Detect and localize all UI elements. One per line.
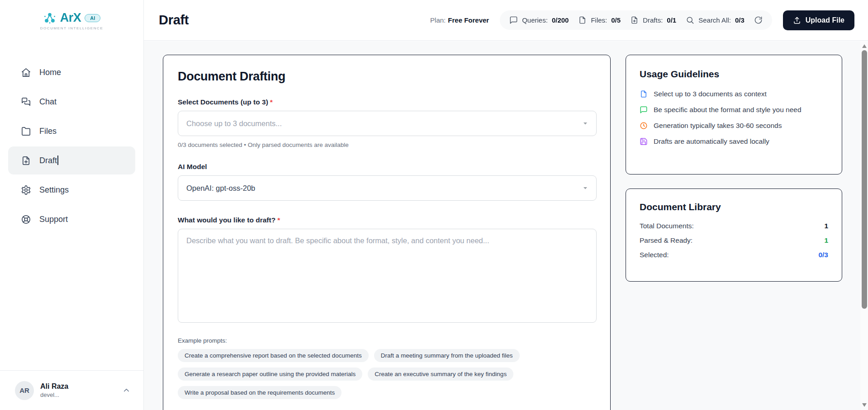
page-title: Draft: [159, 13, 189, 28]
scroll-down-arrow-icon[interactable]: [860, 402, 868, 408]
required-asterisk: *: [270, 98, 273, 106]
sidebar-item-label: Support: [39, 215, 68, 224]
example-prompt-chip[interactable]: Write a proposal based on the requiremen…: [178, 386, 342, 399]
example-prompt-chip[interactable]: Create an executive summary of the key f…: [368, 368, 513, 381]
sidebar: ArX AI DOCUMENT INTELLIGENCE Home Chat: [0, 0, 144, 410]
stat-queries: Queries:0/200: [509, 16, 569, 24]
required-asterisk: *: [277, 216, 280, 224]
file-plus-icon: [630, 16, 639, 24]
upload-file-button[interactable]: Upload File: [783, 10, 854, 30]
folder-icon: [21, 126, 31, 137]
chat-icon: [21, 97, 31, 107]
lifebuoy-icon: [21, 214, 31, 225]
user-role: devel...: [40, 391, 68, 398]
upload-icon: [793, 16, 801, 24]
avatar: AR: [15, 381, 34, 400]
user-menu[interactable]: AR Ali Raza devel...: [0, 370, 143, 410]
library-value-parsed: 1: [824, 236, 828, 245]
example-prompt-chip[interactable]: Generate a research paper outline using …: [178, 368, 362, 381]
chevron-down-icon: [583, 185, 588, 191]
ai-model-select[interactable]: OpenAI: gpt-oss-20b: [178, 175, 597, 201]
chevron-down-icon: [583, 121, 588, 126]
example-prompt-chip[interactable]: Create a comprehensive report based on t…: [178, 349, 369, 362]
document-drafting-card: Document Drafting Select Documents (up t…: [163, 55, 611, 410]
scroll-up-arrow-icon[interactable]: [860, 43, 868, 49]
sidebar-item-chat[interactable]: Chat: [8, 88, 135, 116]
chevron-up-icon[interactable]: [122, 386, 131, 395]
guideline-item: Drafts are automatically saved locally: [640, 137, 828, 146]
example-prompts-label: Example prompts:: [178, 337, 597, 344]
sidebar-item-files[interactable]: Files: [8, 117, 135, 145]
usage-guidelines-title: Usage Guidelines: [640, 69, 828, 80]
sidebar-item-label: Files: [39, 127, 57, 136]
form-title: Document Drafting: [178, 70, 597, 84]
library-value-selected: 0/3: [818, 251, 828, 259]
sidebar-item-home[interactable]: Home: [8, 58, 135, 86]
chat-bubble-icon: [509, 16, 518, 24]
usage-stats-pill: Queries:0/200 Files:0/5 Drafts:0/1 Searc…: [500, 10, 772, 30]
scrollbar-thumb[interactable]: [862, 50, 867, 309]
documents-select-placeholder: Choose up to 3 documents...: [186, 119, 282, 128]
guideline-item: Be specific about the format and style y…: [640, 106, 828, 114]
prompt-label: What would you like to draft?*: [178, 216, 597, 224]
guideline-item: Select up to 3 documents as context: [640, 90, 828, 98]
library-row-parsed: Parsed & Ready: 1: [640, 236, 828, 245]
sidebar-item-settings[interactable]: Settings: [8, 176, 135, 204]
documents-select[interactable]: Choose up to 3 documents...: [178, 111, 597, 136]
stat-files: Files:0/5: [578, 16, 621, 24]
vertical-scrollbar[interactable]: [860, 41, 868, 410]
stat-drafts: Drafts:0/1: [630, 16, 676, 24]
sidebar-item-label: Chat: [39, 97, 57, 107]
ai-model-label: AI Model: [178, 163, 597, 171]
plan-value: Free Forever: [448, 16, 489, 24]
sidebar-item-support[interactable]: Support: [8, 205, 135, 233]
usage-guidelines-card: Usage Guidelines Select up to 3 document…: [626, 55, 842, 174]
user-name: Ali Raza: [40, 382, 68, 391]
refresh-icon[interactable]: [754, 16, 763, 24]
document-library-card: Document Library Total Documents: 1 Pars…: [626, 189, 842, 282]
example-prompts: Create a comprehensive report based on t…: [178, 349, 576, 399]
file-icon: [640, 90, 648, 98]
sidebar-item-label: Settings: [39, 185, 69, 195]
search-icon: [686, 16, 694, 24]
library-row-total: Total Documents: 1: [640, 222, 828, 230]
brand-tagline: DOCUMENT INTELLIGENCE: [40, 26, 104, 30]
ai-badge: AI: [85, 14, 100, 22]
sidebar-item-label: Draft: [39, 156, 58, 165]
brand-name: ArX: [60, 11, 81, 25]
example-prompt-chip[interactable]: Draft a meeting summary from the uploade…: [374, 349, 520, 362]
document-library-title: Document Library: [640, 202, 828, 212]
home-icon: [21, 67, 31, 78]
gear-icon: [21, 185, 31, 195]
main-content: Document Drafting Select Documents (up t…: [144, 41, 868, 410]
library-value-total: 1: [824, 222, 828, 230]
sidebar-item-draft[interactable]: Draft: [8, 146, 135, 174]
guideline-item: Generation typically takes 30-60 seconds: [640, 122, 828, 130]
plan-info: Plan:Free Forever: [430, 16, 489, 24]
file-icon: [578, 16, 587, 24]
save-icon: [640, 137, 648, 146]
prompt-textarea[interactable]: [178, 229, 597, 323]
sidebar-item-label: Home: [39, 68, 61, 77]
clock-icon: [640, 122, 648, 130]
stat-search-all: Search All:0/3: [686, 16, 745, 24]
ai-model-value: OpenAI: gpt-oss-20b: [186, 184, 255, 193]
chat-bubble-icon: [640, 106, 648, 114]
file-plus-icon: [21, 156, 31, 166]
molecule-logo-icon: [43, 11, 57, 25]
text-caret: [57, 156, 58, 165]
select-documents-label: Select Documents (up to 3)*: [178, 98, 597, 106]
library-row-selected: Selected: 0/3: [640, 251, 828, 259]
documents-helper-text: 0/3 documents selected • Only parsed doc…: [178, 141, 597, 148]
brand-logo: ArX AI DOCUMENT INTELLIGENCE: [0, 0, 143, 30]
header: Draft Plan:Free Forever Queries:0/200 Fi…: [144, 0, 868, 41]
sidebar-nav: Home Chat Files: [8, 58, 135, 235]
